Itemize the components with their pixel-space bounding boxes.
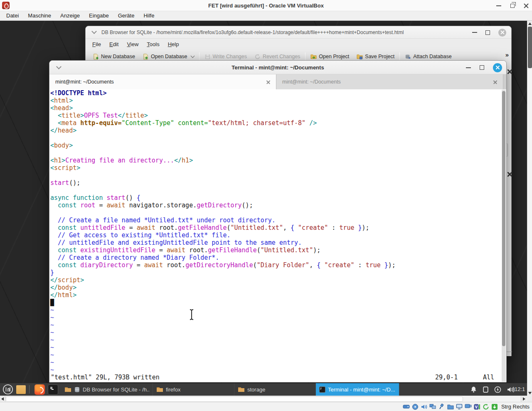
saveproj-icon <box>357 54 363 60</box>
db-maximize-button[interactable] <box>485 30 490 35</box>
terminal-tab-active[interactable]: mint@mint: ~/Documents <box>49 74 276 89</box>
terminal-scrollbar[interactable] <box>502 90 506 382</box>
virtualization-icon[interactable] <box>474 404 480 410</box>
db-icon <box>74 386 80 393</box>
dock-close-icon[interactable] <box>507 172 512 177</box>
power-manager-icon[interactable] <box>494 386 501 393</box>
db-minimize-button[interactable] <box>472 32 477 33</box>
sharedfolder-icon[interactable] <box>447 404 454 410</box>
terminal-line: ~ <box>49 359 506 366</box>
terminal-line: </html> <box>49 291 506 299</box>
optical-icon[interactable] <box>412 404 419 410</box>
close-icon <box>500 30 505 34</box>
vbox-restore-button[interactable] <box>510 4 515 8</box>
display-icon[interactable] <box>456 404 463 410</box>
terminal-line: // Get access to existing *Untitled.txt*… <box>49 231 506 239</box>
taskbar-button-db-browser-for-sqlite-h[interactable]: DB Browser for SQLite - /h... <box>61 383 153 396</box>
taskbar-button-terminal-mint-mint-d[interactable]: Terminal - mint@mint: ~/D... <box>316 383 399 396</box>
terminal-close-button[interactable] <box>493 63 502 72</box>
terminal-line: </head> <box>49 127 506 134</box>
harddisk-icon[interactable] <box>403 404 410 410</box>
audio-icon[interactable] <box>421 404 427 410</box>
terminal-line: async function start() { <box>49 194 506 202</box>
openproj-icon <box>310 54 317 60</box>
vbox-vscrollbar-thumb[interactable] <box>528 27 532 68</box>
files-launcher[interactable] <box>15 384 27 395</box>
db-close-button[interactable] <box>498 29 506 37</box>
vbox-close-button[interactable] <box>524 3 529 8</box>
taskbar-separator <box>29 385 30 394</box>
vm-display: DB Browser for SQLite - /home/mint/.mozi… <box>0 21 527 396</box>
toolbar-separator <box>399 52 400 61</box>
vbox-menu-hilfe[interactable]: Hilfe <box>139 11 159 20</box>
keyboard-icon[interactable] <box>491 404 498 410</box>
db-browser-title: DB Browser for SQLite - /home/mint/.mozi… <box>101 26 475 39</box>
toolbar-separator <box>305 52 305 61</box>
vbox-menu-ger-te[interactable]: Geräte <box>113 11 139 20</box>
firefox-launcher[interactable] <box>34 384 45 395</box>
db-menu-tools[interactable]: Tools <box>143 41 163 47</box>
scroll-up-arrow[interactable] <box>527 21 532 26</box>
vbox-menu-eingabe[interactable]: Eingabe <box>84 11 113 20</box>
terminal-line: const existingUntitledFile = await root.… <box>49 246 506 254</box>
folder-icon <box>156 386 163 392</box>
vbox-status-icons <box>403 404 498 410</box>
dock-close-icon[interactable] <box>507 69 512 74</box>
terminal-titlebar[interactable]: Terminal - mint@mint: ~/Documents <box>49 61 506 74</box>
vbox-menu-anzeige[interactable]: Anzeige <box>56 11 84 20</box>
terminal-title: Terminal - mint@mint: ~/Documents <box>49 61 506 74</box>
usb-icon[interactable] <box>438 404 445 410</box>
folder-icon <box>64 386 71 392</box>
db-menu-help[interactable]: Help <box>164 41 183 47</box>
db-browser-titlebar[interactable]: DB Browser for SQLite - /home/mint/.mozi… <box>86 26 511 39</box>
scroll-left-arrow[interactable] <box>0 396 5 402</box>
terminal-line: const untitledFile = await root.getFileH… <box>49 224 506 231</box>
terminal-icon <box>319 386 325 393</box>
toolbar-overflow-button[interactable]: » <box>505 51 509 58</box>
tab-label: mint@mint: ~/Documents <box>55 79 266 85</box>
terminal-content[interactable]: <!DOCTYPE html><html><head> <title>OPFS … <box>49 89 506 382</box>
vbox-menu-maschine[interactable]: Maschine <box>23 11 56 20</box>
scroll-right-arrow[interactable] <box>521 396 527 402</box>
dropdown-arrow-icon[interactable] <box>190 54 195 58</box>
vbox-hscrollbar-thumb[interactable] <box>6 396 463 402</box>
terminal-line <box>49 187 506 194</box>
ibeam-mouse-cursor <box>188 308 195 321</box>
firefox-icon <box>34 384 45 395</box>
recording-icon[interactable] <box>465 404 472 410</box>
write-icon <box>204 54 211 60</box>
db-menu-edit[interactable]: Edit <box>105 41 123 47</box>
notifications-icon[interactable] <box>470 386 477 393</box>
tab-close-icon[interactable] <box>493 80 497 84</box>
vbox-menu-datei[interactable]: Datei <box>2 11 23 20</box>
close-icon <box>495 65 500 70</box>
terminal-tab-inactive[interactable]: mint@mint: ~/Documents <box>276 74 503 89</box>
db-menu-file[interactable]: File <box>88 41 105 47</box>
terminal-line: <!DOCTYPE html> <box>49 89 506 97</box>
terminal-line <box>49 172 506 179</box>
vim-scroll-position: All <box>483 374 494 381</box>
mouse-integration-icon[interactable] <box>483 404 489 410</box>
terminal-maximize-button[interactable] <box>480 65 484 70</box>
battery-icon[interactable] <box>483 386 489 393</box>
scroll-down-arrow[interactable] <box>527 390 532 396</box>
tab-close-icon[interactable] <box>266 80 270 84</box>
opendb-icon <box>143 54 149 60</box>
terminal-minimize-button[interactable] <box>466 67 471 68</box>
network-icon[interactable] <box>429 404 436 410</box>
taskbar-button-label: DB Browser for SQLite - /h... <box>83 386 149 393</box>
terminal-scrollbar-thumb[interactable] <box>502 91 505 346</box>
mint-menu-button[interactable] <box>2 384 13 395</box>
vbox-statusbar: Strg Rechts <box>0 402 532 411</box>
revert-icon <box>254 54 261 60</box>
window-menu-chevron-icon[interactable] <box>91 29 97 34</box>
vbox-minimize-button[interactable] <box>496 5 501 6</box>
taskbar-button-firefox[interactable]: firefox <box>153 383 234 396</box>
taskbar-clock[interactable]: 12:1 <box>515 383 525 396</box>
volume-icon[interactable] <box>507 386 515 393</box>
db-menu-view[interactable]: View <box>123 41 143 47</box>
vbox-horizontal-scrollbar[interactable] <box>0 396 527 402</box>
vbox-vertical-scrollbar[interactable] <box>527 21 532 396</box>
terminal-launcher[interactable] <box>47 384 59 395</box>
taskbar-button-storage[interactable]: storage <box>234 383 316 396</box>
